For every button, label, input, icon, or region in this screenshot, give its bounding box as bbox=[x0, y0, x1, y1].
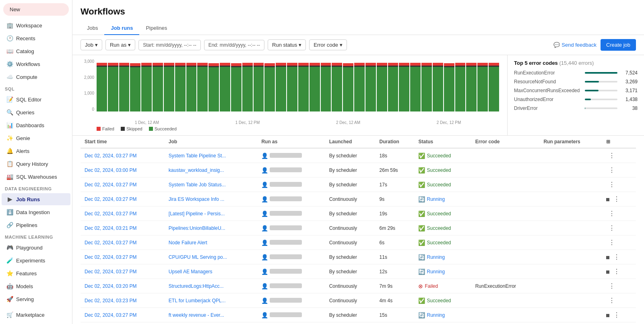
stop-button[interactable] bbox=[606, 270, 609, 274]
tab-job-runs[interactable]: Job runs bbox=[104, 22, 139, 35]
new-button[interactable]: New bbox=[3, 3, 69, 16]
sidebar-item-workflows[interactable]: ⚙️ Workflows bbox=[2, 58, 70, 70]
start-time-link[interactable]: Dec 02, 2024, 03:27 PM bbox=[85, 240, 136, 246]
cell-actions: ⋮ bbox=[602, 322, 636, 324]
more-options-button[interactable]: ⋮ bbox=[611, 267, 622, 276]
create-job-button[interactable]: Create job bbox=[601, 39, 636, 51]
cell-duration: 6m 29s bbox=[376, 221, 415, 235]
more-options-button[interactable]: ⋮ bbox=[606, 166, 617, 174]
more-options-button[interactable]: ⋮ bbox=[611, 311, 622, 319]
more-options-button[interactable]: ⋮ bbox=[606, 224, 617, 232]
sidebar-item-models[interactable]: 🤖 Models bbox=[2, 280, 70, 292]
job-link[interactable]: System Table Pipeline St... bbox=[169, 153, 226, 159]
legend-succeeded-color bbox=[149, 127, 153, 131]
sidebar-item-features[interactable]: ⭐ Features bbox=[2, 267, 70, 279]
col-run-parameters[interactable]: Run parameters bbox=[539, 136, 602, 148]
user-icon: 👤 bbox=[261, 254, 268, 260]
bar-succeeded bbox=[365, 67, 376, 111]
start-time-link[interactable]: Dec 02, 2024, 03:27 PM bbox=[85, 254, 136, 260]
col-start-time[interactable]: Start time bbox=[80, 136, 165, 148]
sidebar-item-recents[interactable]: 🕐 Recents bbox=[2, 32, 70, 44]
cell-start-time: Dec 02, 2024, 03:27 PM bbox=[80, 206, 165, 221]
stop-button[interactable] bbox=[606, 314, 609, 317]
error-code-filter[interactable]: Error code ▾ bbox=[309, 39, 347, 50]
job-link[interactable]: Node Failure Alert bbox=[169, 240, 207, 246]
cell-status: ✅Succeeded bbox=[414, 235, 471, 250]
sidebar-item-partner-connect[interactable]: 🤝 Partner Connect bbox=[2, 322, 70, 324]
col-run-as[interactable]: Run as bbox=[257, 136, 325, 148]
job-link[interactable]: Upsell AE Managers bbox=[169, 269, 213, 274]
sidebar-item-serving[interactable]: 🚀 Serving bbox=[2, 293, 70, 305]
job-link[interactable]: [Latest] Pipeline - Persis... bbox=[169, 211, 225, 217]
start-time-link[interactable]: Dec 02, 2024, 03:20 PM bbox=[85, 283, 136, 289]
more-options-button[interactable]: ⋮ bbox=[611, 195, 622, 203]
error-codes-panel: Top 5 error codes (15,440 errors) RunExe… bbox=[507, 55, 644, 135]
check-circle-icon: ✅ bbox=[418, 182, 425, 188]
bar-succeeded bbox=[399, 67, 409, 111]
end-date-input[interactable]: End: mm/dd/yyyy, --:-- -- bbox=[204, 40, 264, 50]
stop-button[interactable] bbox=[606, 198, 609, 201]
sidebar-item-pipelines[interactable]: 🔗 Pipelines bbox=[2, 219, 70, 231]
job-link[interactable]: Jira ES Workspace Info ... bbox=[169, 196, 225, 202]
sidebar-item-catalog[interactable]: 📖 Catalog bbox=[2, 45, 70, 57]
sidebar-item-dashboards[interactable]: 📊 Dashboards bbox=[2, 119, 70, 131]
sidebar-item-job-runs[interactable]: ▶ Job Runs bbox=[2, 193, 70, 205]
start-date-input[interactable]: Start: mm/dd/yyyy, --:-- -- bbox=[138, 40, 200, 50]
more-options-button[interactable]: ⋮ bbox=[606, 296, 617, 305]
sidebar-item-workspace[interactable]: 🏢 Workspace bbox=[2, 19, 70, 31]
stop-button[interactable] bbox=[606, 256, 609, 259]
cell-start-time: Dec 02, 2024, 03:27 PM bbox=[80, 177, 165, 192]
run-status-filter[interactable]: Run status ▾ bbox=[268, 39, 306, 50]
sidebar-item-genie[interactable]: ✨ Genie bbox=[2, 132, 70, 144]
more-options-button[interactable]: ⋮ bbox=[606, 180, 617, 189]
start-time-link[interactable]: Dec 02, 2024, 03:21 PM bbox=[85, 225, 136, 231]
col-error-code[interactable]: Error code bbox=[471, 136, 540, 148]
sidebar-item-playground[interactable]: 🎮 Playground bbox=[2, 241, 70, 254]
tab-jobs[interactable]: Jobs bbox=[80, 22, 104, 35]
sidebar-item-sql-warehouses[interactable]: 🏭 SQL Warehouses bbox=[2, 171, 70, 183]
start-time-link[interactable]: Dec 02, 2024, 03:27 PM bbox=[85, 211, 136, 217]
send-feedback-button[interactable]: 💬 Send feedback bbox=[553, 42, 597, 48]
cell-run-parameters bbox=[539, 163, 602, 177]
cell-run-parameters bbox=[539, 235, 602, 250]
job-link[interactable]: ETL for Lumberjack QPL... bbox=[169, 298, 226, 303]
start-time-link[interactable]: Dec 02, 2024, 03:23 PM bbox=[85, 298, 136, 303]
sidebar-item-data-ingestion[interactable]: ⬇️ Data Ingestion bbox=[2, 206, 70, 218]
error-bar-container bbox=[585, 90, 617, 91]
more-options-button[interactable]: ⋮ bbox=[606, 238, 617, 247]
job-link[interactable]: ft weekly revenue - Ever... bbox=[169, 312, 224, 318]
job-link[interactable]: StructuredLogs:HttpAcc... bbox=[169, 283, 224, 289]
job-link[interactable]: CPU/GPU ML Serving po... bbox=[169, 254, 227, 260]
start-time-link[interactable]: Dec 02, 2024, 03:27 PM bbox=[85, 182, 136, 188]
start-time-link[interactable]: Dec 02, 2024, 03:00 PM bbox=[85, 167, 136, 173]
sidebar-item-alerts[interactable]: 🔔 Alerts bbox=[2, 145, 70, 157]
start-time-link[interactable]: Dec 02, 2024, 03:27 PM bbox=[85, 269, 136, 274]
col-launched[interactable]: Launched bbox=[325, 136, 376, 148]
sidebar-item-marketplace[interactable]: 🛒 Marketplace bbox=[2, 309, 70, 321]
bar-succeeded bbox=[477, 67, 488, 111]
sidebar-item-query-history[interactable]: 📋 Query History bbox=[2, 158, 70, 170]
start-time-link[interactable]: Dec 02, 2024, 03:27 PM bbox=[85, 153, 136, 159]
sidebar-item-compute[interactable]: ☁️ Compute bbox=[2, 71, 70, 83]
start-time-link[interactable]: Dec 02, 2024, 03:27 PM bbox=[85, 196, 136, 202]
start-time-link[interactable]: Dec 02, 2024, 03:27 PM bbox=[85, 312, 136, 318]
job-link[interactable]: System Table Job Status... bbox=[169, 182, 226, 188]
job-link[interactable]: Pipelines:UnionBillableU... bbox=[169, 225, 225, 231]
more-options-button[interactable]: ⋮ bbox=[606, 209, 617, 218]
more-options-button[interactable]: ⋮ bbox=[606, 151, 617, 160]
bar-failed bbox=[477, 63, 488, 66]
more-options-button[interactable]: ⋮ bbox=[606, 282, 617, 290]
sidebar-item-experiments[interactable]: 🧪 Experiments bbox=[2, 254, 70, 266]
more-options-button[interactable]: ⋮ bbox=[611, 253, 622, 261]
tab-pipelines[interactable]: Pipelines bbox=[139, 22, 173, 35]
col-status[interactable]: Status bbox=[414, 136, 471, 148]
col-job[interactable]: Job bbox=[165, 136, 258, 148]
run-as-filter[interactable]: Run as ▾ bbox=[105, 39, 135, 50]
job-link[interactable]: kaustav_workload_insig... bbox=[169, 167, 224, 173]
job-filter[interactable]: Job ▾ bbox=[80, 39, 102, 50]
sidebar-item-sql-editor[interactable]: 📝 SQL Editor bbox=[2, 93, 70, 105]
col-duration[interactable]: Duration bbox=[376, 136, 415, 148]
error-row: UnauthorizedError 1,438 bbox=[514, 97, 638, 102]
sidebar-item-queries[interactable]: 🔍 Queries bbox=[2, 106, 70, 118]
status-badge: 🔄Running bbox=[418, 254, 467, 260]
